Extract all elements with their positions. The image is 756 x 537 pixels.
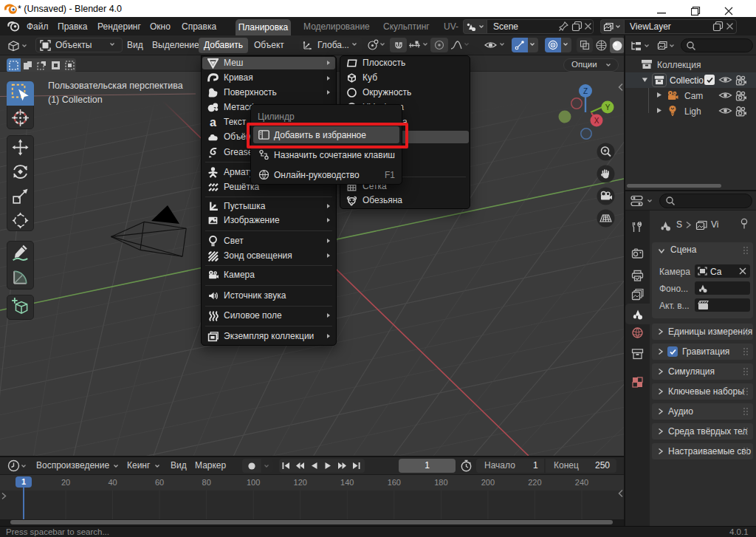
svg-text:X: X: [594, 117, 599, 125]
svg-text:a: a: [210, 117, 217, 128]
svg-text:Z: Z: [583, 87, 588, 95]
svg-text:Y: Y: [605, 103, 611, 112]
